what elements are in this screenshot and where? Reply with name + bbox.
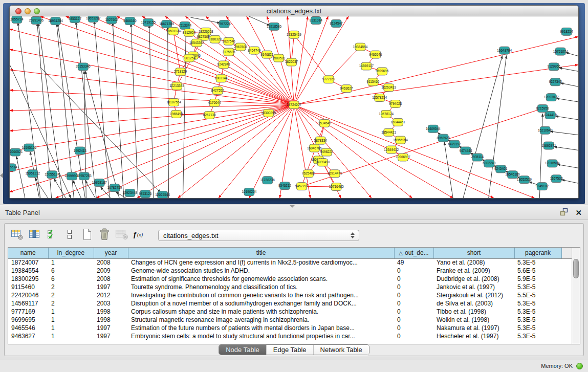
graph-node[interactable]: 9777169 [322, 76, 336, 83]
graph-node[interactable]: 17957253 [77, 172, 92, 180]
float-panel-icon[interactable] [560, 208, 568, 218]
tab-node-table[interactable]: Node Table [219, 345, 266, 355]
network-window-titlebar[interactable]: citations_edges.txt [10, 6, 578, 16]
graph-node[interactable]: 7513344 [179, 21, 192, 29]
graph-node[interactable]: 15892971 [541, 142, 556, 149]
graph-node[interactable]: 12923448 [123, 189, 138, 197]
graph-node[interactable]: 9463627 [340, 85, 353, 93]
graph-node[interactable]: 9242848 [217, 61, 231, 69]
memory-status-indicator[interactable] [576, 363, 583, 369]
graph-node[interactable]: 9794023 [389, 100, 402, 108]
table-row[interactable]: 911546021997Tourette syndrome. Phenomeno… [8, 283, 572, 291]
graph-node[interactable]: 11788236 [260, 177, 275, 184]
graph-node[interactable]: 16099490 [315, 159, 330, 166]
graph-node[interactable]: 8912954 [183, 29, 196, 36]
graph-node[interactable]: 8215958 [536, 105, 550, 113]
graph-node[interactable]: 19218586 [267, 23, 281, 30]
graph-node[interactable]: 16409544 [426, 125, 441, 133]
graph-node[interactable]: 20153346 [76, 63, 91, 71]
graph-node[interactable]: 9474444 [459, 147, 472, 155]
graph-node[interactable]: 10190254 [242, 188, 257, 196]
graph-node[interactable]: 10719155 [141, 18, 156, 26]
table-selector-dropdown[interactable]: citations_edges.txt [158, 230, 359, 241]
graph-node[interactable]: 1992413 [74, 147, 87, 155]
graph-node[interactable]: 17016504 [545, 160, 560, 167]
table-row[interactable]: 1938455462009Genome-wide association stu… [8, 267, 572, 275]
scrollbar-thumb[interactable] [573, 259, 579, 278]
network-canvas[interactable]: 2055724208914061893125498531271065328715… [10, 16, 578, 198]
graph-node[interactable]: 14569117 [359, 62, 374, 70]
graph-node[interactable]: 3175685 [223, 48, 236, 56]
graph-node[interactable]: 9827546 [223, 37, 236, 45]
graph-node[interactable]: 8454749 [248, 47, 261, 54]
graph-node[interactable]: 1822037 [285, 58, 298, 66]
row-height-button[interactable] [62, 228, 77, 243]
graph-node[interactable]: 10578124 [379, 110, 394, 118]
graph-node[interactable]: 2803144 [215, 75, 228, 82]
graph-node[interactable]: 10653287 [86, 16, 101, 22]
graph-node[interactable]: 8131014 [310, 16, 323, 24]
graph-node[interactable]: 9853126 [139, 190, 152, 198]
graph-node[interactable]: 12093872 [544, 94, 559, 101]
graph-node[interactable]: 15051212 [25, 170, 40, 178]
graph-node[interactable]: 1534545 [318, 119, 332, 127]
column-visibility-button[interactable] [45, 228, 60, 243]
graph-node[interactable]: 4170044 [208, 99, 222, 107]
table-vertical-scrollbar[interactable] [572, 248, 580, 344]
graph-node[interactable]: 13325419 [287, 31, 301, 38]
graph-node[interactable]: 2967608 [234, 43, 247, 51]
graph-node[interactable]: 9146821 [260, 51, 274, 58]
graph-node[interactable]: 1527602 [105, 16, 119, 24]
graph-node[interactable]: 15751074 [553, 48, 568, 55]
column-header-year[interactable]: year [94, 248, 128, 258]
graph-node[interactable]: 5878334 [314, 137, 328, 144]
splitter-handle[interactable] [290, 205, 295, 208]
graph-node[interactable]: 9918254 [560, 28, 574, 35]
graph-node[interactable]: 12213393 [169, 82, 184, 90]
table-row[interactable]: 1456911722003Disruption of a novel membe… [8, 299, 572, 308]
graph-node[interactable]: 9498222 [320, 148, 334, 156]
graph-node[interactable]: 9227343 [549, 78, 562, 86]
graph-node[interactable]: 9901254 [183, 54, 196, 62]
graph-node[interactable]: 8427552 [211, 87, 225, 95]
column-header-name[interactable]: name [8, 248, 48, 258]
graph-node[interactable]: 7625402 [302, 170, 315, 178]
graph-node[interactable]: 18107554 [166, 99, 181, 106]
table-row[interactable]: 946362711997Embryonic stem cells: a mode… [8, 332, 572, 340]
graph-node[interactable]: 9245102 [536, 183, 549, 190]
column-header-out_de[interactable]: △out_de... [394, 248, 433, 258]
graph-node[interactable]: 8267130 [203, 111, 216, 119]
delete-column-button[interactable] [97, 228, 112, 243]
graph-node[interactable]: 20891406 [29, 16, 43, 24]
table-row[interactable]: 969969511998Structural magnetic resonanc… [8, 316, 572, 324]
tab-edge-table[interactable]: Edge Table [266, 345, 313, 355]
graph-node[interactable]: 10966997 [396, 154, 410, 161]
graph-node[interactable]: 6302249 [483, 160, 496, 167]
graph-node[interactable]: 18300295 [261, 109, 276, 117]
graph-node[interactable]: 18052519 [517, 176, 532, 184]
column-header-in_degree[interactable]: in_degree [48, 248, 94, 258]
graph-node[interactable]: 15955954 [393, 136, 408, 144]
graph-node[interactable]: 6466160 [123, 17, 137, 25]
graph-node[interactable]: 9699695 [376, 68, 389, 75]
graph-node[interactable]: 9346212 [278, 182, 292, 190]
graph-node[interactable]: 9853127 [69, 16, 82, 23]
graph-node[interactable]: 7957224 [218, 20, 231, 28]
graph-node[interactable]: 12025544 [155, 191, 170, 198]
graph-node[interactable]: 2718129 [174, 68, 187, 76]
graph-node[interactable]: 16782759 [107, 184, 122, 192]
graph-node[interactable]: 2055724 [10, 16, 24, 23]
graph-node[interactable]: 16914479 [328, 170, 342, 178]
graph-nodes[interactable]: 2055724208914061893125498531271065328715… [10, 16, 573, 198]
table-row[interactable]: 946554611997Estimation of the future num… [8, 324, 572, 332]
graph-node[interactable]: 9465546 [369, 51, 382, 58]
graph-node[interactable]: 16958187 [92, 179, 107, 187]
graph-node[interactable]: 9457791 [295, 183, 309, 190]
close-panel-icon[interactable]: ✕ [575, 208, 582, 217]
graph-node[interactable]: 2935114 [471, 154, 484, 161]
column-header-title[interactable]: title [128, 248, 394, 258]
column-header-short[interactable]: short [433, 248, 514, 258]
graph-node[interactable]: 1588520 [272, 54, 286, 62]
graph-node[interactable]: 1167533 [550, 175, 563, 183]
table-row[interactable]: 1830029562008Estimation of significance … [8, 275, 572, 283]
